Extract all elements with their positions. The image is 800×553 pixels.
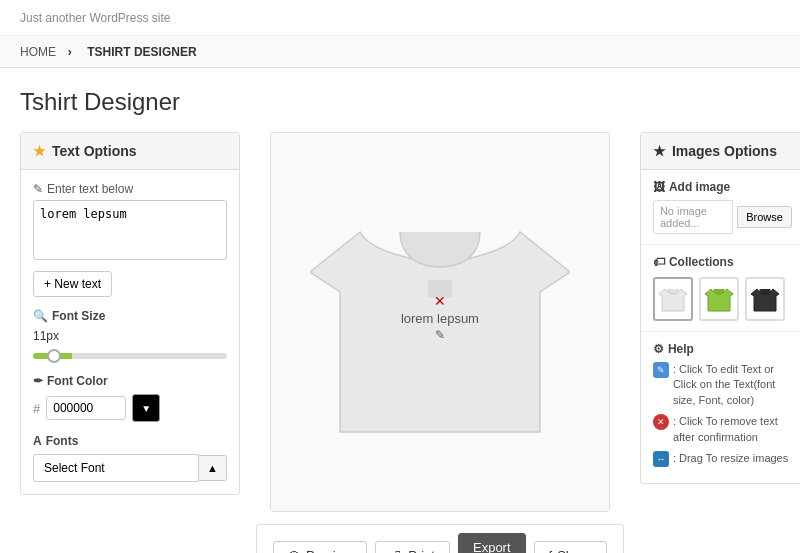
text-options-header: ★ Text Options <box>21 133 239 170</box>
collections-label: 🏷 Collections <box>653 255 792 269</box>
tshirt-text[interactable]: lorem lepsum <box>401 311 479 326</box>
help-remove-text: : Click To remove text after confirmatio… <box>673 414 792 445</box>
tshirt-edit-icon[interactable]: ✎ <box>401 328 479 342</box>
site-header: Just another WordPress site <box>0 0 800 36</box>
tshirt-delete-icon[interactable]: ✕ <box>401 293 479 309</box>
designer-layout: ★ Text Options ✎ Enter text below lorem … <box>20 132 780 553</box>
add-image-label: 🖼 Add image <box>653 180 792 194</box>
star-icon: ★ <box>33 143 46 159</box>
help-resize-icon: ↔ <box>653 451 669 467</box>
hash-symbol: # <box>33 401 40 416</box>
edit-icon-small: ✎ <box>33 182 43 196</box>
images-options-header: ★ Images Options <box>641 133 800 170</box>
images-options-panel: ★ Images Options 🖼 Add image No image ad… <box>640 132 800 484</box>
star-icon-right: ★ <box>653 143 666 159</box>
image-upload-row: No image added... Browse <box>653 200 792 234</box>
font-dropdown-button[interactable]: ▲ <box>199 455 227 481</box>
gear-icon: ⚙ <box>653 342 664 356</box>
tshirt-thumb-green[interactable] <box>699 277 739 321</box>
text-input[interactable]: lorem lepsum <box>33 200 227 260</box>
tshirt-thumbs <box>653 277 792 321</box>
breadcrumb-current: TSHIRT DESIGNER <box>87 45 196 59</box>
help-item-resize: ↔ : Drag To resize images <box>653 451 792 467</box>
help-edit-text: : Click To edit Text or Click on the Tex… <box>673 362 792 408</box>
breadcrumb: HOME › TSHIRT DESIGNER <box>0 36 800 68</box>
new-text-button[interactable]: + New text <box>33 271 112 297</box>
search-icon: 🔍 <box>33 309 48 323</box>
help-item-edit: ✎ : Click To edit Text or Click on the T… <box>653 362 792 408</box>
right-panel: ★ Images Options 🖼 Add image No image ad… <box>640 132 800 484</box>
help-resize-text: : Drag To resize images <box>673 451 788 466</box>
font-size-section: 🔍 Font Size 11px <box>33 309 227 362</box>
share-button[interactable]: f Share <box>534 541 607 554</box>
font-size-slider-container <box>33 347 227 362</box>
site-title: Just another WordPress site <box>20 11 171 25</box>
fonts-section: A Fonts Select Font ▲ <box>33 434 227 482</box>
chevron-down-icon: ▼ <box>141 403 151 414</box>
tshirt-thumb-black[interactable] <box>745 277 785 321</box>
help-label: ⚙ Help <box>653 342 792 356</box>
font-select-row: Select Font ▲ <box>33 454 227 482</box>
thumb-white-svg <box>659 283 687 315</box>
fonts-label: A Fonts <box>33 434 227 448</box>
text-options-panel: ★ Text Options ✎ Enter text below lorem … <box>20 132 240 495</box>
thumb-green-svg <box>705 283 733 315</box>
preview-button[interactable]: 👁 Preview <box>273 541 367 554</box>
no-image-text: No image added... <box>653 200 733 234</box>
font-select-button[interactable]: Select Font <box>33 454 199 482</box>
image-icon: 🖼 <box>653 180 665 194</box>
pen-icon: ✒ <box>33 374 43 388</box>
tag-icon: 🏷 <box>653 255 665 269</box>
font-size-value: 11px <box>33 329 227 343</box>
images-options-title: Images Options <box>672 143 777 159</box>
collections-section: 🏷 Collections <box>641 245 800 332</box>
eye-icon: 👁 <box>288 548 301 554</box>
bottom-toolbar: 👁 Preview 🖨 Print Export ▲ f Share <box>256 524 624 553</box>
tshirt-text-overlay[interactable]: ✕ lorem lepsum ✎ <box>401 293 479 342</box>
tshirt-thumb-white[interactable] <box>653 277 693 321</box>
font-color-section: ✒ Font Color # ▼ <box>33 374 227 422</box>
print-icon: 🖨 <box>390 548 403 554</box>
help-item-remove: ✕ : Click To remove text after confirmat… <box>653 414 792 445</box>
font-size-label: 🔍 Font Size <box>33 309 227 323</box>
print-button[interactable]: 🖨 Print <box>375 541 450 554</box>
center-panel: ✕ lorem lepsum ✎ 👁 Preview 🖨 Print Expor… <box>256 132 624 553</box>
font-color-label: ✒ Font Color <box>33 374 227 388</box>
color-row: # ▼ <box>33 394 227 422</box>
breadcrumb-home[interactable]: HOME <box>20 45 56 59</box>
font-size-slider[interactable] <box>33 353 227 359</box>
text-field-label: ✎ Enter text below <box>33 182 227 196</box>
tshirt-canvas: ✕ lorem lepsum ✎ <box>270 132 610 512</box>
color-hex-input[interactable] <box>46 396 126 420</box>
export-button[interactable]: Export ▲ <box>458 533 526 553</box>
breadcrumb-separator: › <box>68 45 72 59</box>
help-edit-icon: ✎ <box>653 362 669 378</box>
font-icon: A <box>33 434 42 448</box>
help-section: ⚙ Help ✎ : Click To edit Text or Click o… <box>641 332 800 483</box>
share-icon: f <box>549 548 553 554</box>
color-swatch-button[interactable]: ▼ <box>132 394 160 422</box>
text-options-title: Text Options <box>52 143 137 159</box>
add-image-section: 🖼 Add image No image added... Browse <box>641 170 800 245</box>
left-panel: ★ Text Options ✎ Enter text below lorem … <box>20 132 240 495</box>
page-wrapper: Tshirt Designer ★ Text Options ✎ Enter t… <box>0 68 800 553</box>
help-remove-icon: ✕ <box>653 414 669 430</box>
thumb-black-svg <box>751 283 779 315</box>
text-options-body: ✎ Enter text below lorem lepsum + New te… <box>21 170 239 494</box>
page-title: Tshirt Designer <box>20 88 780 116</box>
browse-button[interactable]: Browse <box>737 206 792 228</box>
